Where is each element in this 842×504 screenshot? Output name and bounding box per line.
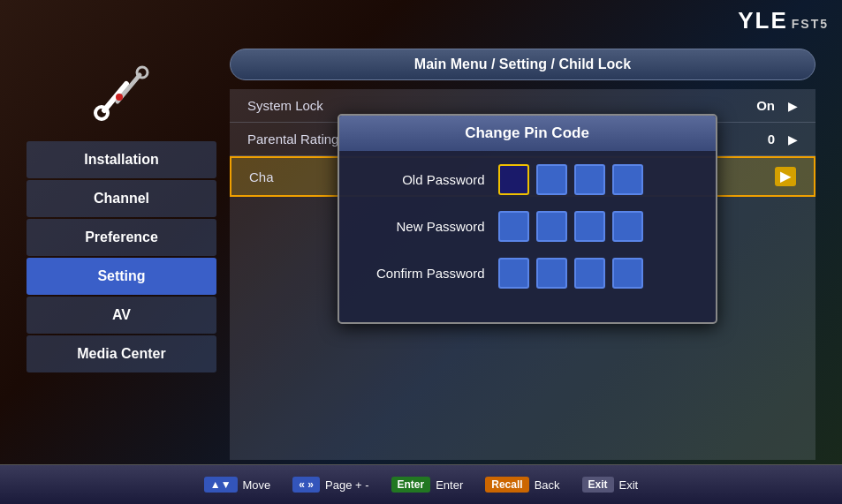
svg-point-1 [95,107,108,119]
move-badge: ▲▼ [204,477,238,493]
exit-label: Exit [619,478,639,492]
status-bar: ▲▼ Move « » Page + - Enter Enter Recall … [0,464,842,504]
new-password-digits [498,211,643,242]
move-button[interactable]: ▲▼ Move [204,477,271,493]
settings-list: System Lock On ▶ Parental Rating 0 ▶ Cha… [230,89,815,460]
exit-button[interactable]: Exit Exit [582,477,639,493]
back-button[interactable]: Recall Back [485,477,559,493]
confirm-password-row: Confirm Password [357,258,698,289]
pin-digit-new-3[interactable] [612,211,643,242]
system-lock-arrow: ▶ [788,99,798,113]
sidebar-icon [87,57,157,128]
sidebar-item-setting[interactable]: Setting [27,258,216,295]
pin-digit-confirm-1[interactable] [536,258,567,289]
confirm-password-digits [498,258,643,289]
pin-digit-old-0[interactable] [498,164,529,195]
breadcrumb: Main Menu / Setting / Child Lock [230,49,815,80]
modal-body: Old Password New Password [339,151,716,322]
sidebar: Installation Channel Preference Setting … [27,49,216,460]
sidebar-item-installation[interactable]: Installation [27,141,216,178]
pin-digit-confirm-0[interactable] [498,258,529,289]
exit-badge: Exit [582,477,614,493]
content-area: Main Menu / Setting / Child Lock System … [230,49,815,460]
system-lock-label: System Lock [247,98,756,113]
pin-digit-new-2[interactable] [574,211,605,242]
yle-text: YLE [738,7,788,34]
tools-icon [91,62,153,124]
sidebar-menu: Installation Channel Preference Setting … [27,141,216,372]
sidebar-item-channel[interactable]: Channel [27,180,216,217]
svg-point-3 [137,67,148,78]
system-lock-value: On [756,98,775,113]
back-label: Back [535,478,560,492]
main-container: Installation Channel Preference Setting … [27,49,815,460]
pin-digit-confirm-2[interactable] [574,258,605,289]
enter-button[interactable]: Enter Enter [391,477,464,493]
old-password-row: Old Password [357,164,698,195]
sidebar-item-av[interactable]: AV [27,297,216,334]
pin-digit-confirm-3[interactable] [612,258,643,289]
modal-overlay: Change Pin Code Old Password [239,114,815,460]
confirm-password-label: Confirm Password [357,266,485,281]
pin-digit-new-0[interactable] [498,211,529,242]
pin-digit-old-3[interactable] [612,164,643,195]
modal-title: Change Pin Code [339,116,716,151]
sidebar-item-preference[interactable]: Preference [27,219,216,256]
change-pin-modal: Change Pin Code Old Password [338,114,717,324]
new-password-row: New Password [357,211,698,242]
svg-point-4 [116,94,123,101]
pin-digit-new-1[interactable] [536,211,567,242]
sidebar-item-media-center[interactable]: Media Center [27,335,216,372]
channel-number: FST5 [792,17,829,31]
page-button[interactable]: « » Page + - [292,477,368,493]
new-password-label: New Password [357,219,485,234]
move-label: Move [243,478,271,492]
old-password-digits [498,164,643,195]
pin-digit-old-1[interactable] [536,164,567,195]
enter-label: Enter [436,478,463,492]
back-badge: Recall [485,477,528,493]
old-password-label: Old Password [357,172,485,187]
pin-digit-old-2[interactable] [574,164,605,195]
channel-logo: YLEFST5 [738,7,829,34]
page-badge: « » [292,477,320,493]
page-label: Page + - [325,478,369,492]
enter-badge: Enter [391,477,431,493]
